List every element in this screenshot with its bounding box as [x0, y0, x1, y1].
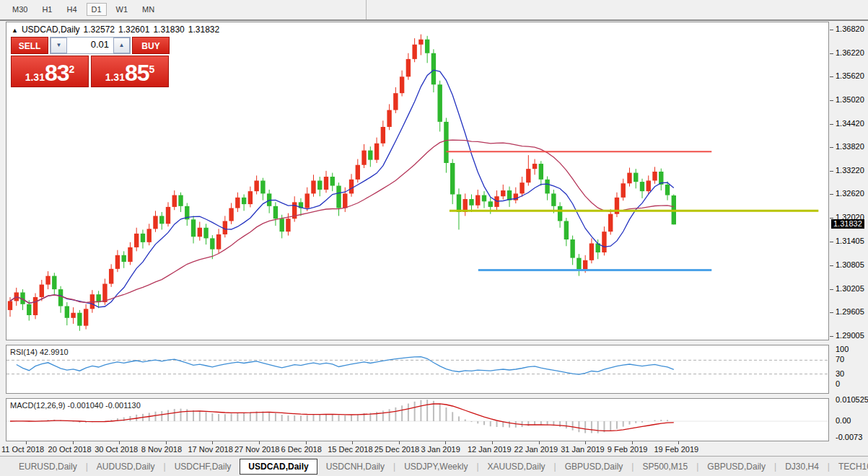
macd-indicator-pane[interactable]: MACD(12,26,9) -0.001040 -0.001130 — [6, 398, 829, 441]
date-axis-label: 22 Jan 2019 — [514, 445, 558, 454]
rsi-scale-label: 70 — [836, 355, 844, 363]
price-tick — [830, 289, 833, 290]
symbol-tab-usdjpy-weekly[interactable]: USDJPY,Weekly — [395, 459, 476, 475]
date-tick — [259, 441, 260, 444]
buy-price-prefix: 1.31 — [105, 71, 125, 84]
date-axis-label: 27 Nov 2018 — [234, 445, 279, 454]
symbol-tab-eurusd-daily[interactable]: EURUSD,Daily — [10, 459, 86, 475]
chevron-up-icon: ▲ — [119, 42, 125, 48]
sell-button[interactable]: SELL — [11, 37, 48, 54]
volume-decrease-button[interactable]: ▼ — [51, 38, 67, 53]
price-tick — [830, 312, 833, 313]
symbol-tab-tech100-[interactable]: TECH100, — [830, 459, 868, 475]
date-axis-label: 31 Jan 2019 — [561, 445, 605, 454]
date-axis-label: 30 Oct 2018 — [95, 445, 138, 454]
date-axis-label: 8 Nov 2018 — [141, 445, 182, 454]
macd-scale-label: -0.0073 — [836, 433, 862, 441]
buy-price-button[interactable]: 1.31855 — [91, 56, 169, 87]
price-axis[interactable]: 1.368201.362201.356201.350201.344201.338… — [830, 22, 868, 456]
chart-header: ▲USDCAD,Daily1.325721.326011.318301.3183… — [12, 25, 223, 35]
symbol-tab-sp500-m15[interactable]: SP500,M15 — [634, 459, 696, 475]
symbol-tab-usdcnh-daily[interactable]: USDCNH,Daily — [317, 459, 393, 475]
sell-price-button[interactable]: 1.31832 — [11, 56, 89, 87]
chart-window: ▲USDCAD,Daily1.325721.326011.318301.3183… — [6, 22, 868, 456]
date-tick — [212, 441, 213, 444]
date-tick — [585, 441, 586, 444]
timeframe-button-m30[interactable]: M30 — [7, 3, 32, 16]
symbol-tab-xauusd-daily[interactable]: XAUUSD,Daily — [479, 459, 554, 475]
timeframe-button-h1[interactable]: H1 — [37, 3, 57, 16]
sell-price-big: 83 — [45, 62, 69, 84]
date-tick — [539, 441, 540, 444]
macd-scale-label: 0.00 — [836, 416, 851, 425]
volume-input[interactable]: 0.01 — [67, 38, 113, 53]
date-axis[interactable]: 11 Oct 201820 Oct 201830 Oct 20188 Nov 2… — [6, 443, 829, 456]
date-axis-label: 12 Jan 2019 — [468, 445, 512, 454]
price-tick — [830, 242, 833, 242]
ohlc-high: 1.32601 — [118, 25, 149, 35]
price-tick — [830, 100, 833, 101]
buy-button[interactable]: BUY — [132, 37, 170, 54]
timeframe-button-d1[interactable]: D1 — [87, 3, 107, 16]
symbol-tab-dj30-h4[interactable]: DJ30,H4 — [776, 459, 828, 475]
date-axis-label: 17 Nov 2018 — [188, 445, 232, 454]
date-axis-label: 6 Dec 2018 — [281, 445, 322, 454]
price-tick — [830, 194, 833, 195]
price-tick — [830, 76, 833, 77]
rsi-chart — [6, 345, 828, 393]
main-chart-pane[interactable]: ▲USDCAD,Daily1.325721.326011.318301.3183… — [6, 22, 829, 340]
volume-increase-button[interactable]: ▲ — [113, 38, 130, 53]
symbol-tab-gbpusd-daily[interactable]: GBPUSD,Daily — [556, 459, 632, 475]
symbol-tab-audusd-daily[interactable]: AUDUSD,Daily — [88, 459, 164, 475]
symbol-tab-usdchf-daily[interactable]: USDCHF,Daily — [166, 459, 240, 475]
date-axis-label: 20 Oct 2018 — [48, 445, 92, 454]
price-tick — [830, 124, 833, 125]
symbol-tab-bar: EURUSD,Daily|AUDUSD,Daily|USDCHF,DailyUS… — [0, 456, 868, 476]
ohlc-low: 1.31830 — [153, 25, 184, 35]
date-tick — [352, 441, 353, 444]
buy-price-sup: 5 — [149, 56, 155, 82]
date-tick — [73, 441, 74, 444]
date-axis-label: 11 Oct 2018 — [1, 445, 44, 454]
buy-price-big: 85 — [125, 62, 149, 84]
price-axis-label: 1.30205 — [836, 284, 864, 293]
timeframe-toolbar: M30H1H4D1W1MN — [0, 0, 868, 21]
price-tick — [830, 171, 833, 172]
timeframe-button-h4[interactable]: H4 — [61, 3, 82, 16]
price-axis-label: 1.31405 — [836, 237, 864, 245]
price-axis-label: 1.30805 — [836, 260, 864, 269]
one-click-trading-panel: SELL ▼ 0.01 ▲ BUY 1.31832 1.31855 — [11, 37, 170, 87]
price-tick — [830, 218, 833, 219]
date-tick — [445, 441, 446, 444]
date-axis-label: 3 Jan 2019 — [421, 445, 460, 454]
price-axis-label: 1.29605 — [836, 307, 864, 316]
collapse-icon[interactable]: ▲ — [12, 27, 18, 34]
price-axis-label: 1.33220 — [836, 166, 864, 175]
symbol-tab-usdcad-daily[interactable]: USDCAD,Daily — [240, 459, 317, 475]
date-axis-label: 9 Feb 2019 — [608, 445, 648, 454]
macd-label: MACD(12,26,9) -0.001040 -0.001130 — [10, 401, 141, 410]
date-tick — [632, 441, 633, 444]
date-tick — [119, 441, 120, 444]
chevron-down-icon: ▼ — [56, 42, 62, 48]
date-tick — [166, 441, 167, 444]
price-tick — [830, 265, 833, 266]
macd-scale-label: 0.010525 — [836, 395, 868, 404]
timeframe-button-mn[interactable]: MN — [137, 3, 159, 16]
date-axis-label: 19 Feb 2019 — [654, 445, 698, 454]
date-axis-label: 25 Dec 2018 — [374, 445, 419, 454]
price-axis-label: 1.32620 — [836, 189, 864, 198]
price-axis-label: 1.33820 — [836, 142, 864, 151]
price-axis-label: 1.36820 — [836, 25, 864, 33]
price-tick — [830, 53, 833, 54]
timeframe-button-w1[interactable]: W1 — [111, 3, 133, 16]
price-axis-label: 1.35020 — [836, 95, 864, 104]
price-tick — [830, 336, 833, 337]
symbol-tab-gbpusd-daily[interactable]: GBPUSD,Daily — [698, 459, 774, 475]
price-axis-label: 1.34420 — [836, 119, 864, 128]
ohlc-open: 1.32572 — [84, 25, 115, 35]
price-axis-label: 1.35620 — [836, 71, 864, 80]
rsi-indicator-pane[interactable]: RSI(14) 42.9910 — [6, 345, 829, 394]
mt4-terminal: M30H1H4D1W1MN ▲USDCAD,Daily1.325721.3260… — [0, 0, 868, 476]
price-axis-label: 1.36220 — [836, 48, 864, 57]
